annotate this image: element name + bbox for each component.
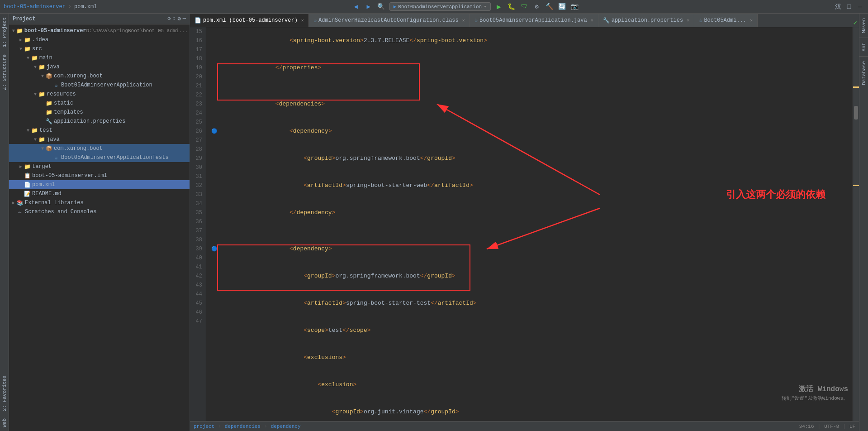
run-configuration[interactable]: ▶ Boot05AdminserverApplication ▾ — [389, 2, 491, 11]
tab-hazelcast[interactable]: ☕ AdminServerHazelcastAutoConfiguration.… — [309, 14, 470, 27]
favorites-tab[interactable]: 2: Favorites — [1, 372, 8, 415]
project-breadcrumb[interactable]: boot-05-adminserver — [4, 4, 66, 10]
database-panel-tab[interactable]: Database — [860, 57, 868, 90]
maven-panel-tab[interactable]: Maven — [860, 14, 868, 38]
debug-icon[interactable]: 🐛 — [507, 2, 516, 11]
run-icon[interactable]: ▶ — [494, 2, 503, 11]
tree-item-target[interactable]: ▶ 📁 target — [9, 162, 190, 171]
tree-item-readme[interactable]: 📝 README.md — [9, 189, 190, 198]
tree-item-package[interactable]: ▼ 📦 com.xurong.boot — [9, 72, 190, 81]
translate-icon[interactable]: 汉 — [834, 2, 843, 11]
run-coverage-icon[interactable]: 🛡 — [520, 2, 529, 11]
back-icon[interactable]: ◀ — [351, 2, 360, 11]
tab-boot-app-close[interactable]: ✕ — [591, 18, 593, 23]
tree-item-main[interactable]: ▼ 📁 main — [9, 53, 190, 62]
status-dependency[interactable]: dependency — [271, 424, 301, 429]
scrollbar-thumb[interactable] — [854, 106, 858, 120]
settings-icon[interactable]: ⚙ — [532, 2, 541, 11]
tree-item-test-class[interactable]: ☕ Boot05AdminserverApplicationTests — [9, 153, 190, 162]
project-tab[interactable]: 1: Project — [1, 14, 8, 51]
dropdown-icon[interactable]: ▾ — [484, 4, 487, 10]
minimize-icon[interactable]: — — [855, 2, 864, 11]
reload-icon[interactable]: 🔄 — [558, 2, 567, 11]
gear-icon[interactable]: ⚙ — [178, 15, 181, 22]
code-line-22: </dependency> — [210, 199, 849, 226]
structure-tab[interactable]: Z: Structure — [1, 51, 8, 94]
tree-item-scratches[interactable]: ✏ Scratches and Consoles — [9, 207, 190, 216]
maximize-icon[interactable]: □ — [844, 2, 854, 11]
camera-icon[interactable]: 📷 — [570, 2, 579, 11]
code-text-27: <scope>test</scope> — [219, 317, 849, 344]
code-line-30: <groupId>org.junit.vintage</groupId> — [210, 398, 849, 421]
tree-item-app-props[interactable]: 🔧 application.properties — [9, 117, 190, 126]
code-text-24: <dependency> — [219, 235, 849, 263]
tab-boot-adm[interactable]: ☕ Boot05Admi... ✕ — [694, 14, 758, 27]
tree-item-app-class[interactable]: ☕ Boot05AdminserverApplication — [9, 81, 190, 90]
gutter-24-icon[interactable]: 🔵 — [211, 244, 218, 254]
code-area[interactable]: <spring-boot.version>2.3.7.RELEASE</spri… — [206, 27, 853, 421]
code-line-15: <spring-boot.version>2.3.7.RELEASE</spri… — [210, 27, 849, 54]
tree-item-java[interactable]: ▼ 📁 java — [9, 62, 190, 72]
tree-label-root: boot-05-adminserver — [24, 28, 86, 34]
tab-props-label: application.properties — [612, 17, 683, 24]
code-text-23 — [219, 226, 849, 235]
tab-pom-close[interactable]: ✕ — [301, 18, 304, 23]
search-icon[interactable]: 🔍 — [377, 2, 386, 11]
tree-label-test-java: java — [47, 136, 60, 143]
build-icon[interactable]: 🔨 — [545, 2, 554, 11]
resources-folder-icon: 📁 — [38, 91, 45, 98]
tree-item-src[interactable]: ▼ 📁 src — [9, 44, 190, 53]
tree-item-idea[interactable]: ▶ 📁 .idea — [9, 35, 190, 44]
tree-label-test-pkg: com.xurong.boot — [54, 145, 103, 152]
tree-item-ext-libs[interactable]: ▶ 📚 External Libraries — [9, 198, 190, 207]
tree-label-static: static — [54, 100, 73, 106]
toolbar-center: ◀ ▶ 🔍 ▶ Boot05AdminserverApplication ▾ ▶… — [97, 2, 834, 11]
code-line-19: 🔵 <dependency> — [210, 118, 849, 145]
check-mark: ✓ — [854, 19, 857, 27]
tree-item-pom[interactable]: 📄 pom.xml — [9, 180, 190, 189]
sort-icon[interactable]: ↕ — [172, 15, 175, 22]
change-marker-2 — [853, 185, 859, 186]
tab-props[interactable]: 🔧 application.properties ✕ — [598, 14, 694, 27]
tree-label-resources: resources — [47, 91, 76, 97]
tab-boot-app[interactable]: ☕ Boot05AdminserverApplication.java ✕ — [470, 14, 598, 27]
tree-item-iml[interactable]: 📋 boot-05-adminserver.iml — [9, 171, 190, 180]
tree-item-test-pkg[interactable]: ▼ 📦 com.xurong.boot — [9, 144, 190, 153]
tree-item-templates[interactable]: 📁 templates — [9, 108, 190, 117]
forward-icon[interactable]: ▶ — [364, 2, 373, 11]
close-icon[interactable]: — — [183, 15, 186, 22]
tree-item-static[interactable]: 📁 static — [9, 99, 190, 108]
tree-item-resources[interactable]: ▼ 📁 resources — [9, 90, 190, 99]
sync-icon[interactable]: ⊙ — [167, 15, 171, 22]
tab-pom[interactable]: 📄 pom.xml (boot-05-adminserver) ✕ — [190, 14, 309, 27]
scrollbar-track[interactable] — [853, 27, 859, 421]
line-numbers: 15 16 17 18 19 20 21 22 23 24 25 26 27 2… — [190, 27, 206, 421]
tree-item-test-java[interactable]: ▼ 📁 java — [9, 135, 190, 144]
file-tree: ▼ 📁 boot-05-adminserver D:\Java\springBo… — [9, 24, 190, 431]
readme-file-icon: 📝 — [24, 191, 31, 197]
gutter-19-icon[interactable]: 🔵 — [211, 127, 218, 136]
editor-content: 15 16 17 18 19 20 21 22 23 24 25 26 27 2… — [190, 27, 859, 421]
breadcrumb-sep: › — [68, 4, 71, 10]
status-dependencies[interactable]: dependencies — [225, 424, 261, 429]
status-sep-2: › — [264, 424, 267, 429]
code-text-20: <groupId>org.springframework.boot</group… — [219, 145, 849, 172]
tab-hazelcast-close[interactable]: ✕ — [462, 18, 465, 23]
status-sep-3: | — [818, 424, 821, 429]
ant-panel-tab[interactable]: Ant — [860, 38, 868, 56]
code-text-22: </dependency> — [219, 199, 849, 226]
activate-windows-subtitle: 转到"设置"以激活Windows。 — [782, 394, 848, 403]
status-project[interactable]: project — [194, 424, 214, 429]
tab-props-close[interactable]: ✕ — [687, 18, 689, 23]
code-line-23 — [210, 226, 849, 235]
static-folder-icon: 📁 — [45, 100, 52, 107]
status-lf: LF — [849, 424, 855, 429]
tree-item-root[interactable]: ▼ 📁 boot-05-adminserver D:\Java\springBo… — [9, 26, 190, 35]
tree-item-test[interactable]: ▼ 📁 test — [9, 126, 190, 135]
package-icon: 📦 — [45, 73, 52, 80]
tree-label-scratches: Scratches and Consoles — [25, 209, 96, 215]
test-folder-icon: 📁 — [31, 127, 38, 134]
web-tab[interactable]: Web — [1, 415, 8, 431]
tab-boot-adm-close[interactable]: ✕ — [750, 18, 753, 23]
change-marker-1 — [853, 86, 859, 88]
